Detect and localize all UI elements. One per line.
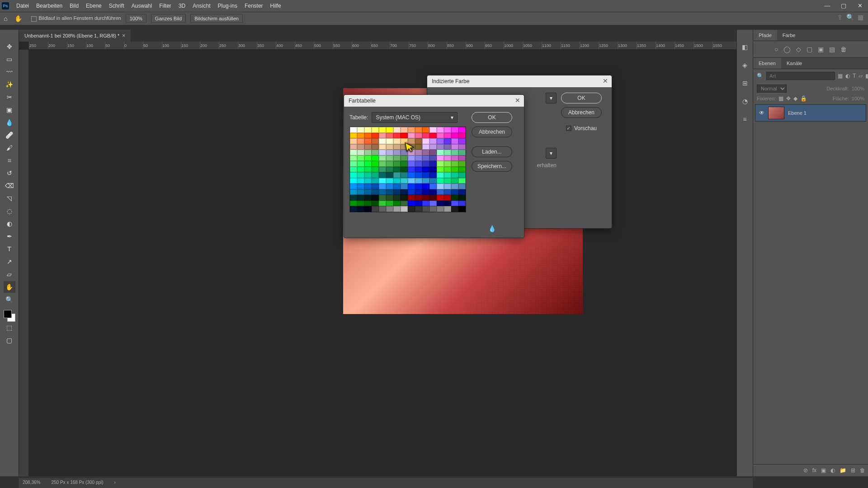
lasso-tool[interactable]: 〰 [4,66,15,78]
layer-name[interactable]: Ebene 1 [788,110,807,116]
menu-bild[interactable]: Bild [66,0,82,12]
color-swatch-cell[interactable] [372,206,379,212]
filter-adjust-icon[interactable]: ◐ [845,73,850,79]
history-icon[interactable]: ◔ [742,98,748,105]
color-swatch-cell[interactable] [408,206,415,212]
color-swatch-cell[interactable] [429,172,437,178]
pen-tool[interactable]: ✒ [4,230,15,242]
color-swatch-cell[interactable] [444,144,451,150]
color-swatch-cell[interactable] [379,172,386,178]
color-swatch-cell[interactable] [350,155,357,161]
color-swatch-cell[interactable] [408,150,415,155]
menu-fenster[interactable]: Fenster [241,0,267,12]
color-swatch-cell[interactable] [386,206,393,212]
color-swatch-cell[interactable] [379,178,386,184]
color-swatch-cell[interactable] [458,178,466,184]
color-swatch-cell[interactable] [429,144,437,150]
color-swatch-cell[interactable] [350,178,357,184]
path-tool[interactable]: ↗ [4,256,15,267]
type-tool[interactable]: T [4,243,15,255]
cancel-button[interactable]: Abbrechen [561,107,602,118]
menu-3d[interactable]: 3D [175,0,189,12]
color-swatch-cell[interactable] [444,133,451,139]
color-swatch-cell[interactable] [393,127,401,133]
color-swatch-cell[interactable] [350,127,357,133]
fit-screen-button[interactable]: Ganzes Bild [151,14,186,23]
color-swatch-cell[interactable] [372,201,379,206]
color-swatch-cell[interactable] [458,172,466,178]
filter-shape-icon[interactable]: ▱ [859,73,863,79]
color-swatch-cell[interactable] [458,155,466,161]
trash-icon[interactable]: 🗑 [840,46,847,53]
color-swatch-cell[interactable] [372,189,379,195]
color-swatch-cell[interactable] [401,127,408,133]
color-swatch-cell[interactable] [350,167,357,173]
quick-mask-button[interactable]: ⬚ [4,322,15,333]
color-swatch-cell[interactable] [422,138,429,144]
color-swatch-cell[interactable] [422,167,429,173]
color-swatch-cell[interactable] [415,189,422,195]
color-swatch-cell[interactable] [401,133,408,139]
color-swatch-cell[interactable] [372,195,379,201]
color-swatch-cell[interactable] [408,172,415,178]
color-swatch-cell[interactable] [422,161,429,167]
opacity-value[interactable]: 100% [852,86,864,91]
menu-datei[interactable]: Datei [13,0,33,12]
filled-square-icon[interactable]: ▣ [818,46,824,53]
color-swatch-cell[interactable] [429,189,437,195]
layer-style-icon[interactable]: fx [812,467,816,474]
color-swatch-cell[interactable] [451,155,458,161]
color-swatch-cell[interactable] [372,161,379,167]
menu-filter[interactable]: Filter [156,0,175,12]
color-swatch-cell[interactable] [386,144,393,150]
diamond-icon[interactable]: ◇ [796,46,801,53]
color-swatch-cell[interactable] [364,133,372,139]
lock-fill-icon[interactable]: ◆ [793,95,797,102]
color-swatch-cell[interactable] [372,144,379,150]
close-icon[interactable]: ✕ [515,97,520,104]
color-swatch-cell[interactable] [350,195,357,201]
color-swatch-cell[interactable] [386,178,393,184]
color-swatch-cell[interactable] [415,172,422,178]
table-dropdown[interactable]: System (MAC OS)▾ [372,112,458,123]
color-swatch-cell[interactable] [422,195,429,201]
cancel-button[interactable]: Abbrechen [472,127,512,137]
close-button[interactable]: ✕ [852,0,868,12]
info-chevron-icon[interactable]: › [114,480,116,486]
menu-auswahl[interactable]: Auswahl [128,0,156,12]
color-swatch-cell[interactable] [422,206,429,212]
color-swatch-cell[interactable] [415,195,422,201]
heal-tool[interactable]: 🩹 [4,129,15,141]
layer-mask-icon[interactable]: ▣ [821,467,826,474]
color-swatch-cell[interactable] [415,206,422,212]
menu-plug-ins[interactable]: Plug-ins [214,0,241,12]
color-swatch-cell[interactable] [379,127,386,133]
color-swatch-cell[interactable] [415,183,422,189]
color-swatch-cell[interactable] [451,206,458,212]
color-swatch-cell[interactable] [357,167,364,173]
color-swatch-cell[interactable] [379,201,386,206]
color-swatch-cell[interactable] [364,127,372,133]
color-swatch-cell[interactable] [451,183,458,189]
color-swatch-cell[interactable] [372,178,379,184]
tab-color[interactable]: Farbe [777,30,801,41]
visibility-toggle-icon[interactable]: 👁 [759,110,764,116]
color-swatch-cell[interactable] [437,127,444,133]
fill-value[interactable]: 100% [852,96,864,101]
color-swatch-cell[interactable] [379,161,386,167]
color-swatch-cell[interactable] [372,133,379,139]
color-swatch-cell[interactable] [422,155,429,161]
color-swatch-cell[interactable] [458,127,466,133]
color-swatch-cell[interactable] [350,144,357,150]
color-swatch-cell[interactable] [408,133,415,139]
color-swatch-cell[interactable] [386,195,393,201]
color-swatch-cell[interactable] [401,138,408,144]
color-swatch-cell[interactable] [429,127,437,133]
color-swatch-cell[interactable] [444,172,451,178]
properties-icon[interactable]: ≡ [743,116,746,123]
color-swatch-cell[interactable] [357,150,364,155]
color-swatch-cell[interactable] [350,183,357,189]
color-swatch-cell[interactable] [379,167,386,173]
frame-tool[interactable]: ▣ [4,104,15,116]
color-swatch-cell[interactable] [451,161,458,167]
